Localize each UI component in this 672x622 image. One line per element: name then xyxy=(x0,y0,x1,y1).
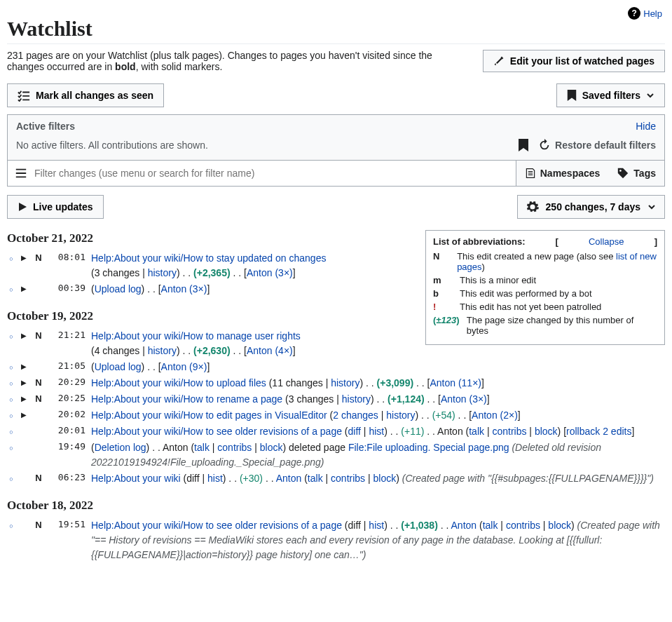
talk-link[interactable]: talk xyxy=(483,520,498,531)
upload-log-link[interactable]: Upload log xyxy=(95,361,142,372)
deletion-log-link[interactable]: Deletion log xyxy=(95,442,146,453)
change-time: 08:01 xyxy=(49,251,85,262)
user-link[interactable]: Anton (3×) xyxy=(247,267,293,278)
change-entry: 20:01 Help:About your wiki/How to see ol… xyxy=(7,424,665,439)
live-updates-button[interactable]: Live updates xyxy=(7,195,104,219)
page-link[interactable]: Help:About your wiki/How to see older re… xyxy=(91,520,342,531)
new-page-flag: N xyxy=(34,518,43,530)
abbreviation-legend: List of abbreviations: [Collapse] NThis … xyxy=(425,230,665,345)
saved-filters-button[interactable]: Saved filters xyxy=(556,83,665,107)
mark-all-seen-button[interactable]: Mark all changes as seen xyxy=(7,83,164,107)
new-page-flag: N xyxy=(34,251,43,263)
upload-log-link[interactable]: Upload log xyxy=(95,283,142,295)
change-entry: 19:49 (Deletion log) . . Anton (talk | c… xyxy=(7,440,665,470)
block-link[interactable]: block xyxy=(535,426,558,437)
history-link[interactable]: history xyxy=(148,345,177,356)
change-entry: N 06:23 Help:About your wiki (diff | his… xyxy=(7,471,665,486)
filter-changes-input[interactable] xyxy=(34,161,509,186)
restore-icon xyxy=(538,139,551,151)
page-link[interactable]: Help:About your wiki/How to stay updated… xyxy=(91,252,326,264)
seen-marker xyxy=(7,282,15,293)
change-entry: N 08:01 Help:About your wiki/How to stay… xyxy=(7,251,417,280)
page-link[interactable]: Help:About your wiki/How to upload files xyxy=(91,377,266,388)
talk-link[interactable]: talk xyxy=(194,442,210,453)
play-icon xyxy=(18,202,27,212)
changes-settings-button[interactable]: 250 changes, 7 days xyxy=(517,195,665,219)
restore-default-filters-button[interactable]: Restore default filters xyxy=(538,139,656,151)
expand-toggle[interactable] xyxy=(21,408,28,419)
legend-collapse-link[interactable]: Collapse xyxy=(589,236,624,247)
user-link[interactable]: Anton (9×) xyxy=(161,361,207,372)
user-link[interactable]: Anton xyxy=(276,473,302,484)
gear-icon xyxy=(526,201,539,213)
page-link[interactable]: Help:About your wiki/How to rename a pag… xyxy=(91,393,282,405)
tag-icon xyxy=(617,167,629,180)
contribs-link[interactable]: contribs xyxy=(492,426,526,437)
history-link[interactable]: history xyxy=(148,267,177,278)
expand-toggle[interactable] xyxy=(21,360,28,370)
expand-toggle[interactable] xyxy=(21,376,28,386)
help-link[interactable]: Help xyxy=(643,8,662,19)
block-link[interactable]: block xyxy=(548,520,571,531)
namespaces-button[interactable]: Namespaces xyxy=(516,161,609,186)
change-time: 00:39 xyxy=(49,282,85,293)
expand-toggle[interactable] xyxy=(21,251,28,262)
new-page-flag: N xyxy=(34,376,43,388)
change-entry: N 19:51 Help:About your wiki/How to see … xyxy=(7,518,665,562)
history-link[interactable]: history xyxy=(386,410,415,421)
contribs-link[interactable]: contribs xyxy=(217,442,252,453)
contribs-link[interactable]: contribs xyxy=(331,473,365,484)
new-page-flag: N xyxy=(34,329,43,341)
changes-link[interactable]: 2 changes xyxy=(333,410,378,421)
date-heading: October 18, 2022 xyxy=(7,499,665,513)
rollback-link[interactable]: rollback 2 edits xyxy=(566,426,631,437)
change-entry: 20:02 Help:About your wiki/How to edit p… xyxy=(7,408,665,423)
page-link[interactable]: Help:About your wiki/How to edit pages i… xyxy=(91,410,327,421)
contribs-link[interactable]: contribs xyxy=(506,520,540,531)
chevron-down-icon xyxy=(647,203,656,211)
talk-link[interactable]: talk xyxy=(308,473,323,484)
block-link[interactable]: block xyxy=(260,442,283,453)
menu-icon[interactable] xyxy=(15,167,27,180)
pencil-icon xyxy=(493,55,505,67)
file-link[interactable]: File:File uploading. Special page.png xyxy=(348,442,509,453)
user-link[interactable]: Anton xyxy=(451,520,477,531)
change-entry: N 20:29 Help:About your wiki/How to uplo… xyxy=(7,376,665,391)
expand-toggle[interactable] xyxy=(21,392,28,403)
bookmark-icon xyxy=(567,90,577,101)
user-link[interactable]: Anton (11×) xyxy=(430,377,481,388)
user-link[interactable]: Anton (4×) xyxy=(247,345,293,356)
checklist-icon xyxy=(18,89,30,102)
user-link[interactable]: Anton (2×) xyxy=(472,410,518,421)
hist-link[interactable]: hist xyxy=(369,426,384,437)
active-filters-title: Active filters xyxy=(16,121,75,132)
user-link[interactable]: Anton (3×) xyxy=(441,393,487,405)
diff-link[interactable]: diff xyxy=(348,426,361,437)
history-link[interactable]: history xyxy=(331,377,359,388)
talk-link[interactable]: talk xyxy=(469,426,484,437)
page-link[interactable]: Help:About your wiki/How to manage user … xyxy=(91,330,301,342)
change-entry: 00:39 (Upload log) . . [Anton (3×)] xyxy=(7,282,417,297)
expand-toggle[interactable] xyxy=(21,329,28,339)
change-entry: 21:05 (Upload log) . . [Anton (9×)] xyxy=(7,360,665,374)
page-link[interactable]: Help:About your wiki xyxy=(91,473,181,484)
hist-link[interactable]: hist xyxy=(207,473,223,484)
expand-toggle[interactable] xyxy=(21,282,28,292)
hist-link[interactable]: hist xyxy=(369,520,384,531)
tags-button[interactable]: Tags xyxy=(608,161,664,186)
active-filters-body-text: No active filters. All contributions are… xyxy=(16,140,208,151)
article-icon xyxy=(525,168,536,179)
bookmark-icon[interactable] xyxy=(519,139,528,151)
change-entry: N 20:25 Help:About your wiki/How to rena… xyxy=(7,392,665,407)
new-page-flag: N xyxy=(34,471,43,483)
edit-watched-pages-button[interactable]: Edit your list of watched pages xyxy=(483,50,665,72)
user-link[interactable]: Anton (3×) xyxy=(161,283,207,295)
hide-filters-link[interactable]: Hide xyxy=(636,121,656,132)
history-link[interactable]: history xyxy=(342,393,371,405)
block-link[interactable]: block xyxy=(373,473,397,484)
help-icon: ? xyxy=(628,7,640,20)
change-entry: N 21:21 Help:About your wiki/How to mana… xyxy=(7,329,417,358)
watchlist-summary: 231 pages are on your Watchlist (plus ta… xyxy=(7,50,455,72)
page-title: Watchlist xyxy=(7,17,665,44)
page-link[interactable]: Help:About your wiki/How to see older re… xyxy=(91,426,342,437)
